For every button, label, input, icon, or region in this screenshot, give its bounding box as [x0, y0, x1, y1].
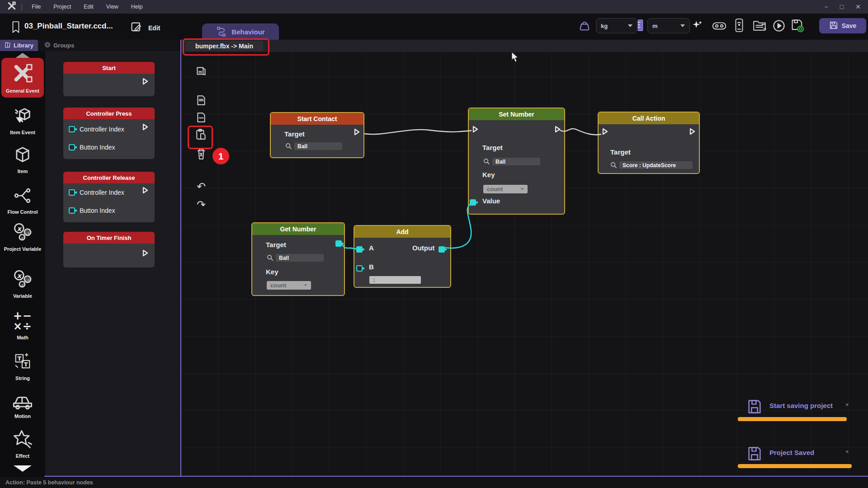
close-button[interactable]: ✕	[855, 3, 861, 10]
mobile-device-icon[interactable]	[733, 18, 745, 34]
redo-icon[interactable]: ↷	[194, 198, 208, 211]
sidebar-item-flow-control[interactable]: Flow Control	[0, 185, 45, 215]
exec-in-port[interactable]	[471, 125, 479, 133]
length-unit-select[interactable]: m	[647, 18, 690, 33]
variable-icon: x@y	[12, 268, 33, 292]
length-unit-value: m	[652, 23, 658, 29]
exec-out-port[interactable]	[141, 123, 149, 131]
template-node-title: Start	[63, 62, 155, 74]
sidebar-item-effect[interactable]: Effect	[0, 428, 45, 459]
exec-out-port[interactable]	[141, 249, 149, 257]
sidebar-item-project-variable[interactable]: x@y Project Variable	[0, 221, 45, 252]
node-title: Start Contact	[271, 113, 363, 125]
data-port[interactable]	[69, 144, 75, 150]
maximize-button[interactable]: □	[840, 3, 844, 10]
menu-view[interactable]: View	[100, 4, 125, 10]
template-node-controller-release[interactable]: Controller Release Controller Index Butt…	[63, 172, 155, 222]
menu-project[interactable]: Project	[47, 4, 77, 10]
string-icon: TT	[12, 351, 33, 374]
sidebar-item-label: Math	[17, 335, 28, 340]
sparkle-icon[interactable]	[691, 19, 703, 33]
copy-icon[interactable]	[194, 94, 208, 107]
controller-pill-icon[interactable]	[712, 21, 727, 33]
key-dropdown-value: count	[270, 282, 286, 289]
exec-in-port[interactable]	[601, 127, 609, 136]
sidebar-item-item-event[interactable]: Item Event	[0, 105, 45, 135]
number-out-port[interactable]	[335, 240, 342, 247]
key-dropdown[interactable]: count	[267, 281, 311, 290]
chevron-down-icon	[520, 188, 524, 190]
menu-file[interactable]: File	[25, 4, 47, 10]
data-port[interactable]	[69, 126, 75, 132]
key-label: Key	[482, 171, 495, 178]
template-node-controller-press[interactable]: Controller Press Controller Index Button…	[63, 108, 155, 159]
scroll-down-arrow[interactable]	[14, 465, 32, 472]
cut-icon[interactable]	[194, 111, 208, 124]
template-node-title: Controller Release	[63, 172, 155, 183]
tab-groups[interactable]: Groups	[38, 40, 80, 51]
undo-icon[interactable]: ↶	[194, 180, 208, 193]
sidebar-item-label: Item	[18, 169, 28, 174]
target-search-input[interactable]: Ball	[276, 254, 324, 262]
toast-close-icon[interactable]: ×	[845, 401, 849, 408]
svg-text:×: ×	[13, 320, 22, 332]
svg-text:x: x	[17, 272, 22, 279]
target-search-input[interactable]: Score : UpdateScore	[619, 161, 693, 169]
node-title: Set Number	[469, 108, 564, 120]
sidebar-item-motion[interactable]: Motion	[0, 392, 45, 419]
play-icon[interactable]	[772, 19, 786, 34]
node-title: Add	[354, 226, 450, 238]
node-call-action[interactable]: Call Action Target Score : UpdateScore	[598, 112, 700, 174]
exec-out-port[interactable]	[141, 77, 149, 85]
template-node-start[interactable]: Start	[63, 62, 155, 96]
svg-text:x: x	[17, 225, 22, 232]
exec-out-port[interactable]	[688, 127, 696, 136]
a-label: A	[369, 244, 374, 252]
behaviour-tab-label: Behaviour	[231, 28, 264, 36]
target-search-input[interactable]: Ball	[492, 158, 540, 165]
target-search-input[interactable]: Ball	[294, 142, 342, 150]
motion-car-icon	[11, 392, 34, 412]
sidebar-item-general-event[interactable]: General Event	[1, 58, 44, 98]
toast-close-icon[interactable]: ×	[845, 448, 849, 455]
save-sync-icon[interactable]	[790, 18, 805, 34]
sidebar-item-variable[interactable]: x@y Variable	[0, 268, 45, 299]
node-get-number[interactable]: Get Number Target Ball Key count	[251, 222, 345, 296]
target-label: Target	[482, 144, 503, 151]
delete-icon[interactable]	[194, 147, 208, 161]
edit-button[interactable]: Edit	[130, 21, 160, 35]
tab-library[interactable]: Library	[0, 40, 38, 51]
sidebar-item-item[interactable]: Item	[0, 144, 45, 174]
save-button-label: Save	[842, 22, 857, 29]
sidebar-item-string[interactable]: TT String	[0, 351, 45, 381]
data-port[interactable]	[69, 207, 75, 214]
behaviour-flow-icon	[216, 26, 227, 38]
tab-behaviour[interactable]: Behaviour	[202, 23, 279, 40]
data-port[interactable]	[69, 189, 75, 196]
exec-out-port[interactable]	[141, 186, 149, 194]
menu-edit[interactable]: Edit	[77, 4, 100, 10]
minimize-button[interactable]: −	[825, 3, 828, 10]
node-add[interactable]: Add A Output B 1	[354, 225, 451, 288]
key-dropdown[interactable]: count	[483, 185, 528, 193]
menu-help[interactable]: Help	[125, 4, 149, 10]
value-in-port[interactable]	[470, 199, 476, 206]
node-set-number[interactable]: Set Number Target Ball Key count Value	[468, 108, 565, 215]
template-node-on-timer-finish[interactable]: On Timer Finish	[63, 232, 155, 267]
save-button[interactable]: Save	[819, 18, 866, 33]
node-pages-icon[interactable]	[194, 64, 208, 77]
sidebar-item-math[interactable]: +−×÷ Math	[0, 310, 45, 340]
mass-unit-select[interactable]: kg	[596, 18, 637, 33]
project-files-icon[interactable]	[752, 19, 767, 33]
floppy-icon	[747, 399, 762, 417]
search-icon	[267, 254, 274, 263]
exec-out-port[interactable]	[353, 128, 361, 136]
a-in-port[interactable]	[356, 246, 363, 253]
b-value-input[interactable]: 1	[369, 276, 421, 284]
exec-out-port[interactable]	[553, 125, 561, 133]
chevron-down-icon	[628, 24, 632, 27]
output-port[interactable]	[439, 246, 445, 253]
b-in-port[interactable]	[356, 265, 363, 272]
node-start-contact[interactable]: Start Contact Target Ball	[270, 112, 364, 158]
general-event-icon	[11, 61, 34, 87]
